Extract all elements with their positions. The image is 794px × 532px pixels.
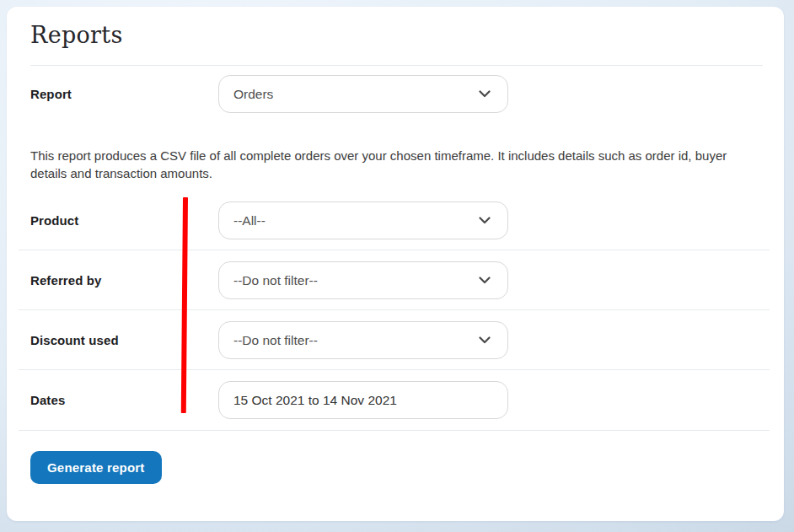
referred-by-field-row: Referred by --Do not filter-- — [30, 261, 770, 299]
product-select[interactable]: --All-- — [218, 202, 508, 239]
chevron-down-icon — [479, 90, 491, 98]
product-field-row: Product --All-- — [30, 202, 770, 239]
divider — [19, 369, 770, 370]
divider — [30, 65, 763, 66]
reports-panel: Reports Report Orders This report produc… — [7, 7, 784, 521]
generate-report-button[interactable]: Generate report — [30, 451, 162, 484]
dates-input[interactable] — [218, 381, 508, 419]
divider — [19, 309, 770, 310]
discount-used-select[interactable]: --Do not filter-- — [218, 321, 508, 359]
report-description: This report produces a CSV file of all c… — [30, 147, 754, 182]
chevron-down-icon — [479, 336, 491, 344]
referred-by-label: Referred by — [30, 273, 218, 287]
report-field-row: Report Orders — [30, 75, 770, 113]
divider — [19, 250, 770, 250]
product-label: Product — [30, 213, 218, 228]
dates-field-row: Dates — [30, 381, 770, 419]
discount-used-label: Discount used — [30, 333, 218, 347]
dates-label: Dates — [30, 393, 218, 407]
report-select-value: Orders — [233, 87, 273, 102]
product-select-value: --All-- — [233, 213, 266, 228]
chevron-down-icon — [479, 217, 491, 224]
report-select[interactable]: Orders — [218, 75, 508, 113]
discount-used-field-row: Discount used --Do not filter-- — [30, 321, 770, 359]
referred-by-select-value: --Do not filter-- — [233, 273, 318, 288]
referred-by-select[interactable]: --Do not filter-- — [218, 261, 508, 299]
discount-used-select-value: --Do not filter-- — [233, 333, 318, 348]
divider — [19, 430, 770, 431]
page-title: Reports — [30, 22, 123, 48]
report-label: Report — [30, 87, 218, 101]
chevron-down-icon — [479, 277, 491, 284]
